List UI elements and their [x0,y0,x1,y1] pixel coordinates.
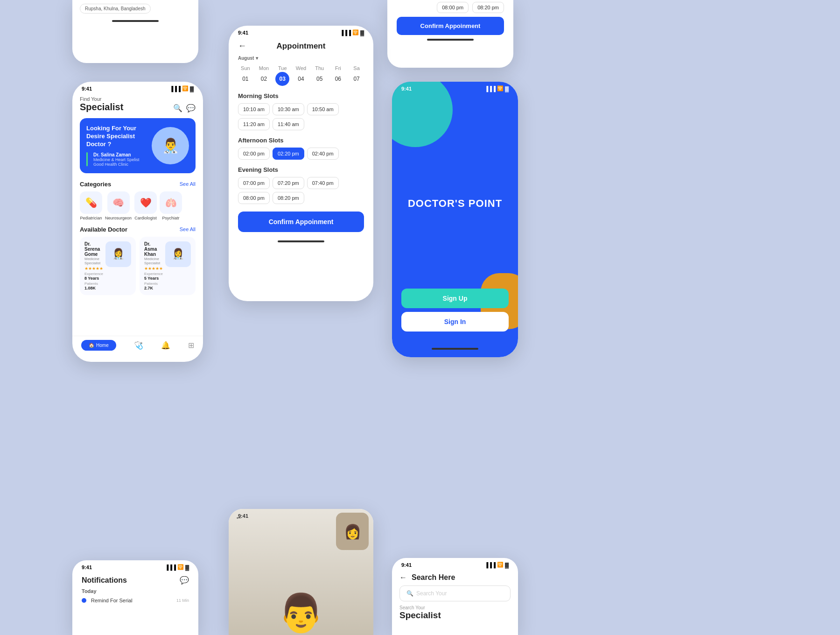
category-cardiologist[interactable]: ❤️ Cardiologist [134,191,157,220]
signin-button[interactable]: Sign In [401,312,509,332]
status-time-dp: 9:41 [401,86,412,92]
category-neurosurgeon[interactable]: 🧠 Neurosurgeon [105,191,132,220]
chat-icon[interactable]: 💬 [186,104,196,113]
neurosurgeon-icon: 🧠 [107,191,130,214]
evening-slots-title: Evening Slots [238,166,364,173]
morning-slots-section: Morning Slots 10:10 am 10:30 am 10:50 am… [229,88,373,132]
home-indicator [278,240,324,242]
home-label: Home [96,343,109,348]
status-time-sp: 9:41 [82,86,92,92]
doctor-card-1[interactable]: 👩‍⚕️ Dr. Serena Gome Medicine Specialist… [80,237,136,295]
available-doctor-see-all[interactable]: See All [180,226,196,232]
battery-icon-sp: ▓ [190,86,194,92]
cal-day-mon[interactable]: Mon 02 [257,65,271,86]
home-button[interactable]: 🏠 Home [81,340,116,351]
calendar-row: Sun 01 Mon 02 Tue 03 Wed 04 Thu 05 Fri 0… [229,64,373,88]
cal-day-sun[interactable]: Sun 01 [238,65,252,86]
banner-headline: Looking For Your Desire Specialist Docto… [86,125,152,148]
slot-0700pm[interactable]: 07:00 pm [238,177,270,189]
nav-notifications[interactable]: 🔔 [161,341,170,350]
slot-0220pm[interactable]: 02:20 pm [273,148,304,160]
status-icons: ▐▐▐ 🛜 ▓ [340,29,364,35]
search-back-button[interactable]: ← [399,573,407,582]
video-back-button[interactable]: ← [235,514,243,522]
slot-1010am[interactable]: 10:10 am [238,103,270,115]
category-psychiatrist[interactable]: 🫁 Psychiatr [160,191,182,220]
wifi-icon-sp: 🛜 [182,85,189,92]
time-badge-1[interactable]: 08:00 pm [437,2,469,13]
bottom-nav: 🏠 Home 🩺 🔔 ⊞ [72,336,203,353]
specialist-header: Find Your Specialist 🔍 💬 [72,93,203,114]
doctor-exp-label-2: Experience [144,272,191,276]
specialist-banner: Looking For Your Desire Specialist Docto… [80,118,196,173]
search-your-label: Search Your [392,603,518,610]
status-bar-search: 9:41 ▐▐▐ 🛜 ▓ [392,558,518,570]
signal-search: ▐▐▐ [485,562,496,568]
cal-day-wed[interactable]: Wed 04 [294,65,308,86]
notification-item-1[interactable]: Remind For Serial 11 Min [72,595,198,606]
month-chevron: ▾ [256,56,258,61]
month-selector[interactable]: August ▾ [229,53,373,64]
appointment-title: Appointment [277,42,326,51]
available-doctor-title: Available Doctor [80,226,127,233]
cal-day-thu[interactable]: Thu 05 [313,65,327,86]
status-bar-dp: 9:41 ▐▐▐ 🛜 ▓ [392,82,518,93]
doctors-row: 👩‍⚕️ Dr. Serena Gome Medicine Specialist… [72,235,203,297]
signal-icon-sp: ▐▐▐ [170,86,181,92]
month-label: August [238,56,254,61]
slot-1050am[interactable]: 10:50 am [307,103,339,115]
doctors-point-title: DOCTOR'S POINT [408,198,502,210]
notif-dot [82,598,86,603]
signal-notif: ▐▐▐ [165,564,176,570]
slot-0200pm[interactable]: 02:00 pm [238,148,270,160]
cal-day-fri[interactable]: Fri 06 [331,65,345,86]
banner-sub: Dr. Salina Zaman Medicine & Heart Spelis… [86,152,152,167]
appointment-header: ← Appointment [229,37,373,53]
signup-button[interactable]: Sign Up [401,289,509,308]
doctor-exp-val-2: 5 Years [144,276,191,281]
categories-see-all[interactable]: See All [180,181,196,187]
slot-1030am[interactable]: 10:30 am [273,103,304,115]
cat-label-psych: Psychiatr [162,216,180,220]
categories-row: 💊 Pediatrician 🧠 Neurosurgeon ❤️ Cardiol… [72,190,203,222]
categories-title: Categories [80,181,111,188]
slot-1140am[interactable]: 11:40 am [273,118,304,130]
battery-icon: ▓ [360,30,364,35]
confirm-appointment-button-top[interactable]: Confirm Appoinment [397,17,504,35]
signal-icon: ▐▐▐ [340,30,351,35]
nav-grid[interactable]: ⊞ [188,341,194,350]
search-icon[interactable]: 🔍 [173,104,182,113]
cal-day-sat[interactable]: Sa 07 [350,65,364,86]
slot-1120am[interactable]: 11:20 am [238,118,270,130]
slot-0240pm[interactable]: 02:40 pm [307,148,339,160]
cat-label-ped: Pediatrician [80,216,102,220]
slot-0800pm[interactable]: 08:00 pm [238,192,270,204]
doctors-point-background: 9:41 ▐▐▐ 🛜 ▓ DOCTOR'S POINT Sign Up Sign… [392,82,518,357]
top-left-phone: Rupsha, Khulna, Bangladesh [72,0,198,63]
back-button[interactable]: ← [238,41,246,51]
banner-text-container: Looking For Your Desire Specialist Docto… [86,125,152,167]
slot-0720pm[interactable]: 07:20 pm [273,177,304,189]
slot-0820pm[interactable]: 08:20 pm [273,192,304,204]
search-input-box[interactable]: 🔍 Search Your [399,586,511,601]
confirm-appointment-button[interactable]: Confirm Appoinment [238,212,364,232]
doctor-exp-val-1: 8 Years [84,276,131,281]
top-right-phone: 08:00 pm 08:20 pm Confirm Appoinment [387,0,513,68]
notifications-chat-icon[interactable]: 💬 [180,576,189,585]
pediatrician-icon: 💊 [80,191,102,214]
notifications-header: Notifications 💬 [72,572,198,586]
category-pediatrician[interactable]: 💊 Pediatrician [80,191,102,220]
search-phone: 9:41 ▐▐▐ 🛜 ▓ ← Search Here 🔍 Search Your… [392,558,518,635]
time-badge-2[interactable]: 08:20 pm [472,2,504,13]
nav-medical[interactable]: 🩺 [134,341,143,350]
cardiologist-icon: ❤️ [134,191,157,214]
find-your-label: Find Your [80,96,123,102]
slot-0740pm[interactable]: 07:40 pm [307,177,339,189]
home-icon: 🏠 [89,343,94,348]
doctor-card-2[interactable]: 👩‍⚕️ Dr. Asma Khan Medicine Specialist ★… [140,237,196,295]
wifi-dp: 🛜 [497,85,504,92]
morning-slots-title: Morning Slots [238,92,364,99]
cal-day-tue[interactable]: Tue 03 [275,65,289,86]
nav-home[interactable]: 🏠 Home [81,340,116,351]
battery-notif: ▓ [185,564,189,570]
